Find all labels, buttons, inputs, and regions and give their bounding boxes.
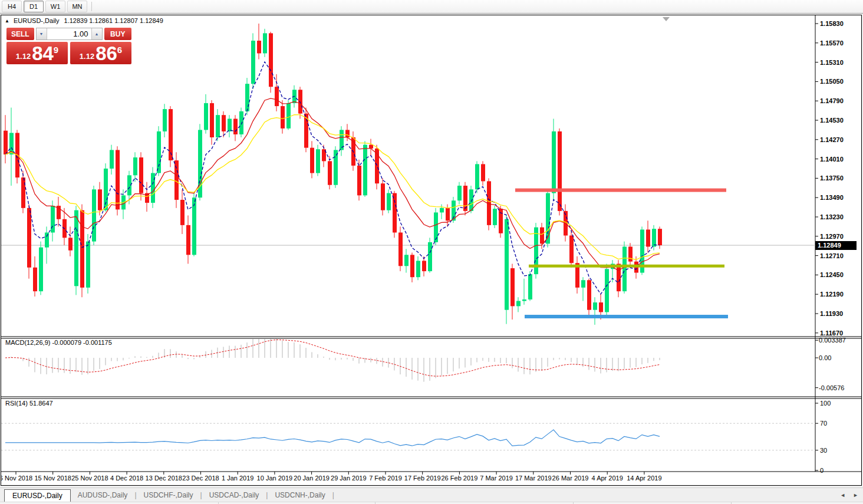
tabs-scroll-right-icon[interactable]: ► xyxy=(853,492,858,498)
chart-tab-usdchf[interactable]: USDCHF-,Daily xyxy=(137,491,200,499)
volume-group: ▼ ▲ xyxy=(36,28,103,40)
volume-input[interactable] xyxy=(47,28,91,39)
chart-tab-audusd[interactable]: AUDUSD-,Daily xyxy=(71,491,135,499)
buy-price-sup: 6 xyxy=(117,45,122,55)
chart-title-bar: ▲ EURUSD-,Daily 1.12839 1.12861 1.12807 … xyxy=(5,17,163,24)
tab-scroll-arrows: ◄ ► xyxy=(840,492,858,498)
volume-decrease-button[interactable]: ▼ xyxy=(37,28,47,39)
buy-price-button[interactable]: 1.12 86 6 xyxy=(70,42,131,64)
buy-price-prefix: 1.12 xyxy=(80,52,94,61)
timeframe-button-h4[interactable]: H4 xyxy=(2,1,22,12)
chart-shift-icon[interactable] xyxy=(663,17,670,21)
sell-price-big: 84 xyxy=(32,43,54,64)
chart-symbol-period: EURUSD-,Daily xyxy=(14,17,60,24)
macd-indicator-label: MACD(12,26,9) -0.000079 -0.001175 xyxy=(5,339,112,346)
one-click-trading-panel: SELL ▼ ▲ BUY 1.12 84 9 xyxy=(6,28,131,64)
timeframe-button-d1[interactable]: D1 xyxy=(24,1,44,12)
tabs-scroll-left-icon[interactable]: ◄ xyxy=(840,492,845,498)
rsi-indicator-label: RSI(14) 51.8647 xyxy=(5,400,53,407)
sell-price-sup: 9 xyxy=(54,45,58,55)
timeframe-button-w1[interactable]: W1 xyxy=(45,1,65,12)
current-price-badge: 1.12849 xyxy=(815,241,857,250)
up-arrow-icon: ▲ xyxy=(95,32,99,36)
sell-price-prefix: 1.12 xyxy=(16,52,31,61)
buy-price-big: 86 xyxy=(95,43,117,64)
chart-window: ▲ EURUSD-,Daily 1.12839 1.12861 1.12807 … xyxy=(1,15,862,486)
toolbar-separator xyxy=(91,2,92,11)
chart-canvas[interactable] xyxy=(1,15,861,485)
metatrader-window: H4D1W1MN ▲ EURUSD-,Daily 1.12839 1.12861… xyxy=(0,0,863,504)
down-arrow-icon: ▼ xyxy=(39,32,44,36)
chart-tabs-bar: EURUSD-,DailyAUDUSD-,Daily|USDCHF-,Daily… xyxy=(0,487,863,502)
buy-button[interactable]: BUY xyxy=(104,28,132,40)
chart-ohlc-values: 1.12839 1.12861 1.12807 1.12849 xyxy=(64,17,163,24)
chart-marker-icon: ▲ xyxy=(5,18,9,24)
volume-increase-button[interactable]: ▲ xyxy=(91,28,102,39)
chart-tab-eurusd[interactable]: EURUSD-,Daily xyxy=(4,489,71,502)
status-strip xyxy=(0,502,863,504)
chart-tab-usdcad[interactable]: USDCAD-,Daily xyxy=(202,491,266,499)
sell-price-button[interactable]: 1.12 84 9 xyxy=(6,42,68,64)
sell-button[interactable]: SELL xyxy=(6,28,34,40)
chart-tab-usdcnh[interactable]: USDCNH-,Daily xyxy=(268,491,332,499)
timeframe-toolbar: H4D1W1MN xyxy=(0,0,863,14)
timeframe-button-mn[interactable]: MN xyxy=(67,1,87,12)
